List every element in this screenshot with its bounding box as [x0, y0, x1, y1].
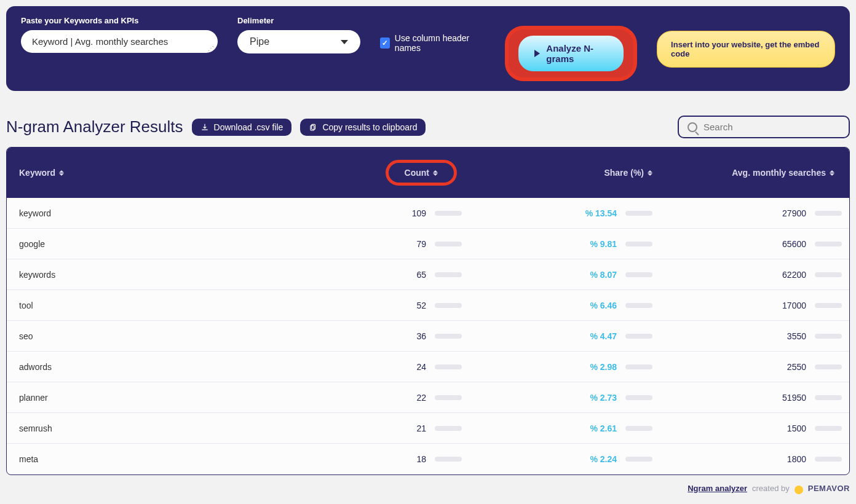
copy-clipboard-button[interactable]: Copy results to clipboard	[300, 119, 426, 136]
cell-avg: 51950	[665, 382, 849, 412]
clipboard-icon	[309, 123, 317, 132]
col-header-avg[interactable]: Avg. monthly searches	[665, 148, 849, 198]
avg-bar	[815, 303, 842, 308]
cell-avg: 1500	[665, 413, 849, 443]
chevron-down-icon	[341, 40, 348, 44]
avg-bar	[815, 364, 842, 369]
share-value: % 8.07	[590, 270, 617, 280]
count-value: 109	[412, 208, 426, 218]
avg-value: 2550	[787, 362, 806, 372]
share-value: % 2.61	[590, 423, 617, 433]
checkbox-checked-icon[interactable]: ✓	[380, 37, 390, 49]
cell-avg: 1800	[665, 444, 849, 474]
avg-value: 51950	[782, 393, 806, 403]
count-bar	[435, 211, 462, 216]
col-header-share[interactable]: Share (%)	[474, 148, 665, 198]
keywords-field-group: Paste your Keywords and KPIs Keyword | A…	[21, 16, 218, 53]
share-bar	[625, 426, 652, 431]
download-csv-button[interactable]: Download .csv file	[192, 119, 292, 136]
analyze-button[interactable]: Analyze N-grams	[518, 36, 624, 71]
share-bar	[625, 303, 652, 308]
count-value: 65	[414, 270, 426, 280]
cell-share: % 4.47	[474, 321, 665, 351]
col-header-avg-label: Avg. monthly searches	[732, 168, 826, 178]
cell-keyword: seo	[7, 321, 308, 351]
embed-button[interactable]: Insert into your website, get the embed …	[657, 31, 835, 68]
share-value: % 6.46	[590, 301, 617, 310]
avg-value: 65600	[782, 239, 806, 249]
cell-avg: 27900	[665, 198, 849, 228]
count-value: 22	[414, 393, 426, 403]
cell-keyword: meta	[7, 444, 308, 474]
cell-count: 79	[308, 229, 474, 259]
share-value: % 2.98	[590, 362, 617, 372]
cell-share: % 8.07	[474, 259, 665, 289]
footer-brand: PEMAVOR	[808, 484, 850, 493]
cell-avg: 17000	[665, 290, 849, 320]
keywords-label: Paste your Keywords and KPIs	[21, 16, 218, 25]
cell-share: % 6.46	[474, 290, 665, 320]
cell-keyword: keywords	[7, 259, 308, 289]
avg-bar	[815, 426, 842, 431]
share-value: % 2.24	[590, 454, 617, 464]
delimiter-select[interactable]: Pipe	[237, 30, 360, 53]
cell-share: % 9.81	[474, 229, 665, 259]
table-body: keyword 109 % 13.54 27900 google 79 % 9.…	[7, 198, 849, 474]
table-row: meta 18 % 2.24 1800	[7, 444, 849, 474]
col-header-keyword-label: Keyword	[19, 168, 55, 178]
col-header-share-label: Share (%)	[604, 168, 644, 178]
footer: Ngram analyzer created by PEMAVOR	[6, 484, 850, 493]
cell-count: 21	[308, 413, 474, 443]
avg-bar	[815, 242, 842, 246]
avg-bar	[815, 272, 842, 277]
share-value: % 4.47	[590, 331, 617, 341]
keywords-input[interactable]: Keyword | Avg. monthly searches ⋰	[21, 30, 218, 53]
use-header-checkbox-group[interactable]: ✓ Use column header names	[380, 33, 485, 53]
share-value: % 9.81	[590, 239, 617, 249]
cell-keyword: adwords	[7, 352, 308, 382]
count-bar	[435, 242, 462, 246]
footer-link[interactable]: Ngram analyzer	[688, 484, 747, 493]
cell-avg: 3550	[665, 321, 849, 351]
col-header-count[interactable]: Count	[308, 148, 474, 198]
table-header: Keyword Count Share (%) Avg. monthly sea…	[7, 148, 849, 198]
cell-share: % 2.61	[474, 413, 665, 443]
cell-avg: 62200	[665, 259, 849, 289]
cell-keyword: tool	[7, 290, 308, 320]
cell-keyword: google	[7, 229, 308, 259]
sort-icon	[433, 170, 438, 176]
avg-bar	[815, 211, 842, 216]
search-input[interactable]	[703, 122, 840, 132]
cell-count: 36	[308, 321, 474, 351]
count-value: 52	[414, 301, 426, 310]
count-header-highlight: Count	[386, 160, 457, 186]
share-bar	[625, 457, 652, 462]
avg-bar	[815, 395, 842, 400]
col-header-keyword[interactable]: Keyword	[7, 148, 308, 198]
cell-avg: 2550	[665, 352, 849, 382]
cell-count: 65	[308, 259, 474, 289]
keywords-input-value: Keyword | Avg. monthly searches	[32, 36, 168, 47]
table-row: google 79 % 9.81 65600	[7, 229, 849, 259]
cell-share: % 2.73	[474, 382, 665, 412]
count-bar	[435, 426, 462, 431]
use-header-label: Use column header names	[395, 33, 485, 53]
avg-value: 27900	[782, 208, 806, 218]
cell-count: 109	[308, 198, 474, 228]
table-row: keyword 109 % 13.54 27900	[7, 198, 849, 229]
delimiter-value: Pipe	[250, 36, 269, 47]
cell-share: % 13.54	[474, 198, 665, 228]
results-title: N-gram Analyzer Results	[6, 117, 183, 136]
avg-value: 1500	[787, 423, 806, 433]
analyze-button-highlight: Analyze N-grams	[505, 26, 637, 81]
avg-value: 17000	[782, 301, 806, 310]
share-value: % 13.54	[585, 208, 617, 218]
cell-count: 22	[308, 382, 474, 412]
share-bar	[625, 211, 652, 216]
sort-icon	[648, 170, 652, 176]
results-header: N-gram Analyzer Results Download .csv fi…	[6, 116, 850, 138]
delimiter-field-group: Delimeter Pipe	[237, 16, 360, 53]
search-box[interactable]	[678, 116, 850, 138]
share-bar	[625, 242, 652, 246]
table-row: semrush 21 % 2.61 1500	[7, 413, 849, 444]
